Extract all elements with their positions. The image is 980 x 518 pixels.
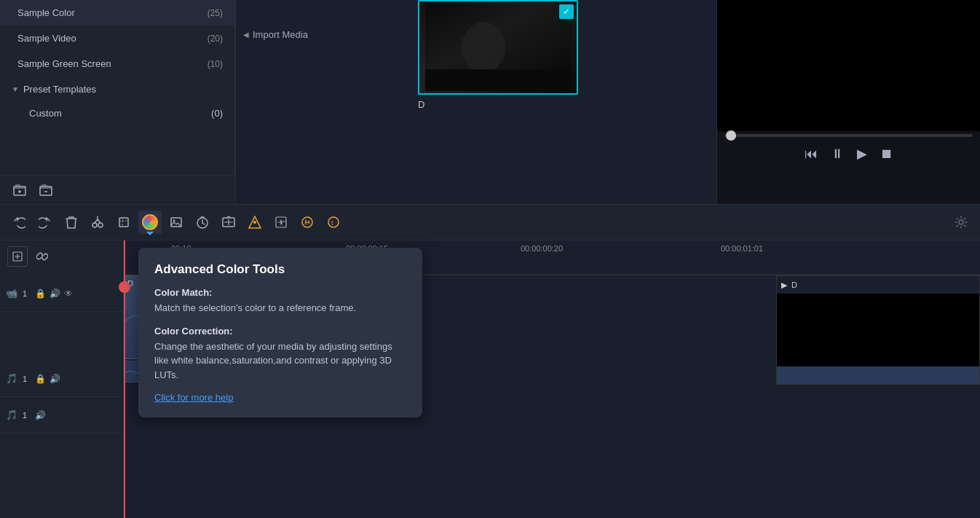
preview-panel: ⏮ ⏸ ▶ ⏹ bbox=[716, 0, 980, 204]
tooltip-help-link[interactable]: Click for more help bbox=[154, 392, 233, 403]
sidebar-item-custom[interactable]: Custom (0) bbox=[0, 102, 234, 125]
media-clip-label: D bbox=[418, 99, 424, 110]
svg-rect-4 bbox=[425, 69, 571, 91]
add-track-button[interactable] bbox=[7, 246, 28, 267]
svg-point-18 bbox=[959, 220, 963, 224]
preview-controls: ⏮ ⏸ ▶ ⏹ bbox=[717, 140, 980, 168]
arrow-left-icon: ◀ bbox=[243, 31, 249, 39]
play-button[interactable]: ▶ bbox=[857, 146, 867, 162]
sidebar-panel: Sample Color (25) Sample Video (20) Samp… bbox=[0, 0, 235, 197]
svg-point-13 bbox=[253, 221, 256, 224]
add-folder-button[interactable] bbox=[10, 181, 29, 200]
step-back-button[interactable]: ⏮ bbox=[805, 146, 818, 162]
volume-icon[interactable]: 🔊 bbox=[50, 289, 60, 299]
chevron-down-icon: ▼ bbox=[12, 85, 19, 93]
lock-icon[interactable]: 🔒 bbox=[35, 289, 46, 299]
import-media-button[interactable]: ◀ Import Media bbox=[243, 29, 308, 40]
timeline-preview-label: D bbox=[791, 280, 797, 289]
playhead-marker[interactable] bbox=[119, 281, 130, 293]
svg-rect-7 bbox=[119, 218, 128, 227]
tooltip-section1-body: Match the selection's color to a referen… bbox=[154, 301, 406, 315]
toolbar: t bbox=[0, 204, 980, 240]
tooltip-section1-title: Color Match: bbox=[154, 287, 406, 298]
delete-button[interactable] bbox=[60, 211, 83, 234]
thumbnail-image bbox=[419, 1, 577, 93]
timeline-preview-panel: ▶ D bbox=[776, 275, 980, 385]
zoom-button[interactable] bbox=[217, 211, 240, 234]
redo-button[interactable] bbox=[33, 211, 57, 234]
audio-waves-button[interactable] bbox=[296, 211, 319, 234]
timeline-preview-track bbox=[777, 366, 979, 385]
audio-track2-header: 🎵 1 🔊 bbox=[0, 397, 124, 433]
audio-track-controls: 🎵 1 🔒 🔊 bbox=[0, 373, 60, 384]
svg-text:t: t bbox=[331, 219, 333, 227]
sidebar-item-preset-templates[interactable]: ▼ Preset Templates bbox=[0, 76, 234, 102]
undo-button[interactable] bbox=[7, 211, 31, 234]
settings-button[interactable] bbox=[949, 211, 973, 234]
link-tracks-button[interactable] bbox=[32, 246, 52, 267]
media-panel: ◀ Import Media ✓ D bbox=[236, 0, 716, 204]
color-tools-button[interactable] bbox=[138, 211, 162, 234]
svg-point-5 bbox=[92, 223, 97, 227]
music-track-icon: 🎵 bbox=[6, 373, 17, 384]
sidebar-toolbar bbox=[0, 175, 235, 204]
timer-button[interactable] bbox=[191, 211, 214, 234]
media-thumbnail[interactable]: ✓ bbox=[418, 0, 578, 95]
cut-button[interactable] bbox=[86, 211, 109, 234]
audio-track2-controls: 🎵 1 🔊 bbox=[0, 409, 46, 420]
video-track-icon: 📹 bbox=[6, 288, 17, 299]
image-button[interactable] bbox=[165, 211, 188, 234]
remove-folder-button[interactable] bbox=[36, 181, 55, 200]
speed-button[interactable]: t bbox=[322, 211, 345, 234]
tooltip-section2-body: Change the aesthetic of your media by ad… bbox=[154, 340, 406, 382]
timeline-track-headers: 📹 1 🔒 🔊 👁 🎵 1 🔒 🔊 🎵 1 🔊 bbox=[0, 240, 124, 518]
stop-button[interactable]: ⏹ bbox=[880, 146, 893, 162]
progress-thumb[interactable] bbox=[726, 130, 736, 141]
equalizer-button[interactable] bbox=[269, 211, 293, 234]
track-controls: 📹 1 🔒 🔊 👁 bbox=[0, 288, 73, 299]
sidebar-item-sample-green-screen[interactable]: Sample Green Screen (10) bbox=[0, 51, 234, 76]
audio2-volume-icon[interactable]: 🔊 bbox=[35, 410, 46, 420]
audio-volume-icon[interactable]: 🔊 bbox=[50, 374, 60, 384]
selected-check-icon: ✓ bbox=[559, 4, 574, 19]
timeline-preview-video bbox=[777, 294, 979, 366]
play-pause-button[interactable]: ⏸ bbox=[831, 146, 844, 162]
eye-icon[interactable]: 👁 bbox=[64, 289, 73, 299]
panel-divider bbox=[235, 0, 236, 204]
overlay-button[interactable] bbox=[243, 211, 266, 234]
sidebar-item-sample-color[interactable]: Sample Color (25) bbox=[0, 0, 234, 25]
audio-lock-icon[interactable]: 🔒 bbox=[35, 374, 46, 384]
svg-point-9 bbox=[173, 220, 175, 222]
svg-point-16 bbox=[328, 217, 339, 227]
crop-button[interactable] bbox=[112, 211, 135, 234]
music2-track-icon: 🎵 bbox=[6, 409, 17, 420]
tooltip-title: Advanced Color Tools bbox=[154, 262, 406, 277]
preview-progress-row bbox=[717, 131, 980, 140]
color-tools-tooltip: Advanced Color Tools Color Match: Match … bbox=[138, 248, 422, 417]
timeline-preview-play-icon: ▶ bbox=[781, 280, 787, 290]
svg-point-3 bbox=[462, 22, 505, 73]
video-track-header: 📹 1 🔒 🔊 👁 bbox=[0, 275, 124, 312]
svg-point-6 bbox=[98, 223, 103, 227]
timeline-preview-header: ▶ D bbox=[777, 276, 979, 294]
preview-video-area bbox=[717, 0, 980, 131]
tooltip-section2-title: Color Correction: bbox=[154, 326, 406, 337]
sidebar-item-sample-video[interactable]: Sample Video (20) bbox=[0, 25, 234, 51]
preview-progress-bar[interactable] bbox=[724, 134, 973, 137]
audio-track-header: 🎵 1 🔒 🔊 bbox=[0, 361, 124, 397]
